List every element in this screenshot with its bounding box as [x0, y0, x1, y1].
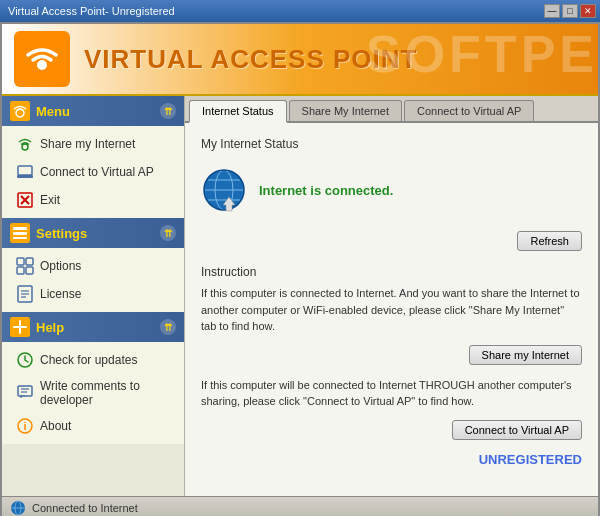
title-bar-text: Virtual Access Point- Unregistered [4, 5, 175, 17]
refresh-button[interactable]: Refresh [517, 231, 582, 251]
svg-rect-5 [18, 166, 32, 175]
check-updates-icon [16, 351, 34, 369]
sidebar-item-check-updates[interactable]: Check for updates [2, 346, 184, 374]
share-internet-icon [16, 135, 34, 153]
sidebar-item-license-label: License [40, 287, 81, 301]
connect-virtual-ap-button[interactable]: Connect to Virtual AP [452, 420, 582, 440]
status-bar-globe-icon [10, 500, 26, 516]
svg-text:i: i [23, 420, 26, 432]
title-bar-buttons: — □ ✕ [544, 4, 596, 18]
svg-rect-12 [13, 227, 27, 230]
sidebar-item-exit-label: Exit [40, 193, 60, 207]
svg-rect-14 [13, 237, 27, 239]
share-my-internet-button[interactable]: Share my Internet [469, 345, 582, 365]
status-box: Internet is connected. [201, 161, 582, 219]
sidebar-item-license[interactable]: License [2, 280, 184, 308]
tabs: Internet Status Share My Internet Connec… [185, 96, 598, 123]
sidebar-item-options[interactable]: Options [2, 252, 184, 280]
sidebar-section-help-header[interactable]: Help ⇈ [2, 312, 184, 342]
sidebar-section-settings: Settings ⇈ Opt [2, 218, 184, 312]
svg-rect-18 [26, 267, 33, 274]
content-area: Internet Status Share My Internet Connec… [185, 96, 598, 496]
header: Virtual Access Point SOFTPE [2, 24, 598, 96]
svg-rect-2 [10, 101, 30, 121]
sidebar-item-options-label: Options [40, 259, 81, 273]
settings-items: Options License [2, 248, 184, 312]
sidebar: Menu ⇈ Share my Internet [2, 96, 185, 496]
menu-section-icon [10, 101, 30, 121]
unregistered-label: UNREGISTERED [201, 452, 582, 467]
sidebar-item-connect-virtual[interactable]: Connect to Virtual AP [2, 158, 184, 186]
connect-virtual-icon [16, 163, 34, 181]
instruction-text-1: If this computer is connected to Interne… [201, 285, 582, 335]
close-button[interactable]: ✕ [580, 4, 596, 18]
svg-rect-13 [13, 232, 27, 235]
help-section-icon [10, 317, 30, 337]
svg-rect-16 [26, 258, 33, 265]
tab-internet-status[interactable]: Internet Status [189, 100, 287, 123]
sidebar-item-share-internet[interactable]: Share my Internet [2, 130, 184, 158]
share-internet-btn-row: Share my Internet [201, 345, 582, 365]
menu-collapse-btn[interactable]: ⇈ [160, 103, 176, 119]
sidebar-item-check-updates-label: Check for updates [40, 353, 137, 367]
sidebar-item-about[interactable]: i About [2, 412, 184, 440]
maximize-button[interactable]: □ [562, 4, 578, 18]
tab-content-internet-status: My Internet Status [185, 123, 598, 496]
instruction-text-2: If this computer will be connected to In… [201, 377, 582, 410]
connect-virtual-btn-row: Connect to Virtual AP [201, 420, 582, 440]
about-icon: i [16, 417, 34, 435]
sidebar-item-about-label: About [40, 419, 71, 433]
help-section-label: Help [36, 320, 64, 335]
refresh-row: Refresh [201, 231, 582, 251]
svg-rect-0 [14, 31, 70, 87]
sidebar-section-menu: Menu ⇈ Share my Internet [2, 96, 184, 218]
svg-rect-15 [17, 258, 24, 265]
sidebar-item-write-comments[interactable]: Write comments to developer [2, 374, 184, 412]
menu-section-label: Menu [36, 104, 70, 119]
internet-status-text: Internet is connected. [259, 183, 393, 198]
app-window: Virtual Access Point SOFTPE Menu [0, 22, 600, 516]
sidebar-section-settings-header[interactable]: Settings ⇈ [2, 218, 184, 248]
svg-rect-17 [17, 267, 24, 274]
instruction-block: Instruction If this computer is connecte… [201, 265, 582, 440]
globe-icon [201, 167, 247, 213]
svg-point-4 [22, 144, 28, 150]
settings-collapse-btn[interactable]: ⇈ [160, 225, 176, 241]
settings-section-label: Settings [36, 226, 87, 241]
license-icon [16, 285, 34, 303]
help-items: Check for updates Write comments to deve… [2, 342, 184, 444]
status-bar: Connected to Internet [2, 496, 598, 516]
write-comments-icon [16, 384, 34, 402]
main-layout: Menu ⇈ Share my Internet [2, 96, 598, 496]
tab-connect-virtual-ap[interactable]: Connect to Virtual AP [404, 100, 534, 121]
app-title: Virtual Access Point [84, 44, 417, 75]
sidebar-item-write-comments-label: Write comments to developer [40, 379, 176, 407]
sidebar-item-connect-virtual-label: Connect to Virtual AP [40, 165, 154, 179]
sidebar-item-share-internet-label: Share my Internet [40, 137, 135, 151]
instruction-title: Instruction [201, 265, 582, 279]
svg-rect-25 [18, 386, 32, 396]
menu-items: Share my Internet Connect to Virtual AP [2, 126, 184, 218]
status-bar-text: Connected to Internet [32, 502, 138, 514]
sidebar-section-help: Help ⇈ Check for updates [2, 312, 184, 444]
sidebar-section-menu-header[interactable]: Menu ⇈ [2, 96, 184, 126]
exit-icon [16, 191, 34, 209]
help-collapse-btn[interactable]: ⇈ [160, 319, 176, 335]
options-icon [16, 257, 34, 275]
minimize-button[interactable]: — [544, 4, 560, 18]
tab-share-my-internet[interactable]: Share My Internet [289, 100, 402, 121]
sidebar-item-exit[interactable]: Exit [2, 186, 184, 214]
svg-point-1 [37, 60, 47, 70]
title-bar: Virtual Access Point- Unregistered — □ ✕ [0, 0, 600, 22]
app-logo [14, 31, 70, 87]
settings-section-icon [10, 223, 30, 243]
my-internet-status-title: My Internet Status [201, 137, 582, 151]
